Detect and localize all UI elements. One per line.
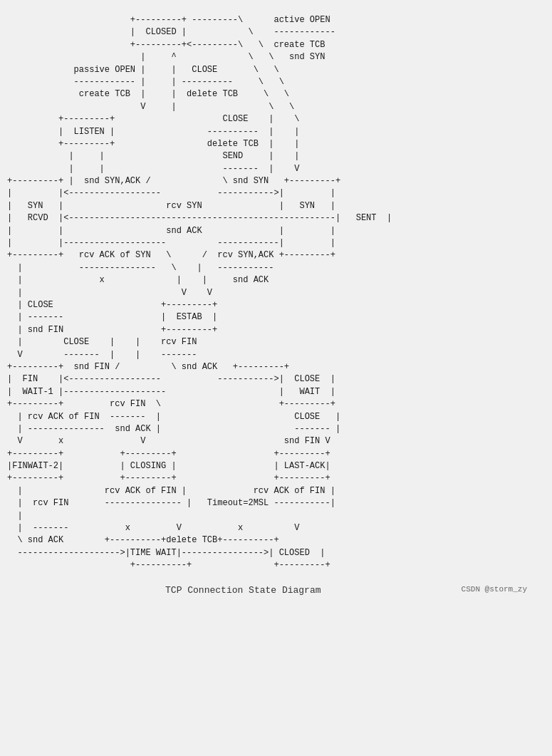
diagram-content: +---------+ ---------\ active OPEN | CLO… <box>7 14 545 572</box>
main-container: +---------+ ---------\ active OPEN | CLO… <box>0 0 552 756</box>
caption-bar: TCP Connection State Diagram CSDN @storm… <box>4 585 548 596</box>
diagram-wrapper: +---------+ ---------\ active OPEN | CLO… <box>4 7 548 579</box>
diagram-title: TCP Connection State Diagram <box>25 585 462 596</box>
diagram-credit: CSDN @storm_zy <box>462 585 527 596</box>
